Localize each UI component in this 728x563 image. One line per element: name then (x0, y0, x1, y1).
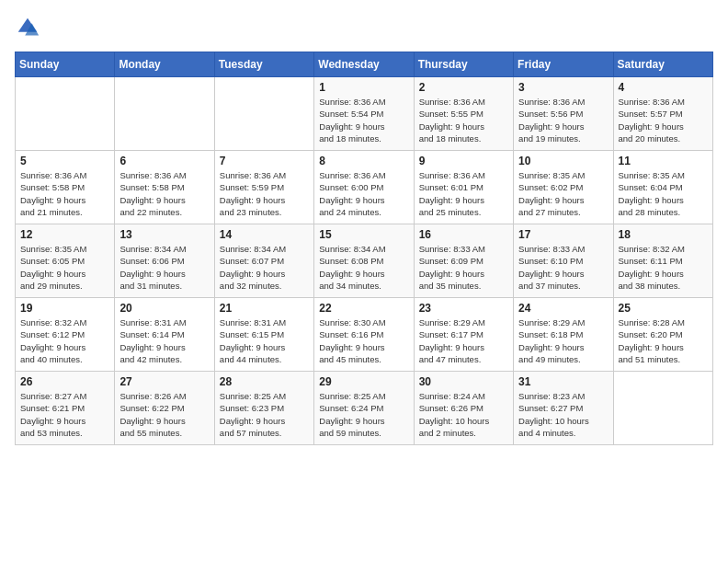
day-number: 3 (518, 81, 608, 94)
day-number: 15 (319, 228, 408, 241)
calendar-week-row: 1Sunrise: 8:36 AM Sunset: 5:54 PM Daylig… (16, 77, 713, 151)
day-info: Sunrise: 8:33 AM Sunset: 6:10 PM Dayligh… (518, 243, 608, 292)
day-info: Sunrise: 8:36 AM Sunset: 5:58 PM Dayligh… (119, 169, 209, 218)
day-number: 18 (619, 228, 708, 241)
day-info: Sunrise: 8:33 AM Sunset: 6:09 PM Dayligh… (419, 243, 508, 292)
logo-icon (15, 15, 40, 40)
calendar-cell: 1Sunrise: 8:36 AM Sunset: 5:54 PM Daylig… (314, 77, 414, 151)
day-number: 31 (518, 375, 608, 388)
day-number: 9 (419, 155, 508, 167)
day-header: Thursday (414, 52, 513, 77)
day-info: Sunrise: 8:36 AM Sunset: 5:57 PM Dayligh… (619, 96, 708, 144)
day-info: Sunrise: 8:32 AM Sunset: 6:11 PM Dayligh… (619, 243, 708, 292)
day-number: 23 (419, 302, 508, 315)
calendar-cell (214, 77, 313, 151)
day-info: Sunrise: 8:31 AM Sunset: 6:14 PM Dayligh… (119, 316, 209, 365)
calendar-cell: 28Sunrise: 8:25 AM Sunset: 6:23 PM Dayli… (214, 372, 313, 445)
day-header: Wednesday (314, 52, 414, 77)
calendar-cell: 22Sunrise: 8:30 AM Sunset: 6:16 PM Dayli… (314, 298, 414, 372)
calendar-cell: 9Sunrise: 8:36 AM Sunset: 6:01 PM Daylig… (414, 151, 513, 224)
calendar-week-row: 19Sunrise: 8:32 AM Sunset: 6:12 PM Dayli… (16, 298, 713, 372)
calendar-cell: 27Sunrise: 8:26 AM Sunset: 6:22 PM Dayli… (115, 372, 214, 445)
calendar-cell: 8Sunrise: 8:36 AM Sunset: 6:00 PM Daylig… (314, 151, 414, 224)
calendar-cell (115, 77, 214, 151)
day-number: 10 (518, 155, 608, 167)
calendar-cell: 7Sunrise: 8:36 AM Sunset: 5:59 PM Daylig… (214, 151, 313, 224)
day-info: Sunrise: 8:35 AM Sunset: 6:02 PM Dayligh… (518, 169, 608, 218)
calendar-header: SundayMondayTuesdayWednesdayThursdayFrid… (16, 52, 713, 77)
day-info: Sunrise: 8:31 AM Sunset: 6:15 PM Dayligh… (220, 316, 309, 365)
day-header: Sunday (16, 52, 115, 77)
day-number: 6 (119, 155, 209, 167)
day-info: Sunrise: 8:36 AM Sunset: 5:59 PM Dayligh… (220, 169, 309, 218)
header-row: SundayMondayTuesdayWednesdayThursdayFrid… (16, 52, 713, 77)
calendar-cell: 20Sunrise: 8:31 AM Sunset: 6:14 PM Dayli… (115, 298, 214, 372)
calendar-week-row: 12Sunrise: 8:35 AM Sunset: 6:05 PM Dayli… (16, 224, 713, 298)
day-info: Sunrise: 8:24 AM Sunset: 6:26 PM Dayligh… (419, 390, 508, 439)
day-info: Sunrise: 8:26 AM Sunset: 6:22 PM Dayligh… (119, 390, 209, 439)
calendar-cell: 6Sunrise: 8:36 AM Sunset: 5:58 PM Daylig… (115, 151, 214, 224)
calendar-cell: 16Sunrise: 8:33 AM Sunset: 6:09 PM Dayli… (414, 224, 513, 298)
day-info: Sunrise: 8:25 AM Sunset: 6:23 PM Dayligh… (220, 390, 309, 439)
day-number: 11 (619, 155, 708, 167)
page-header (15, 15, 713, 40)
calendar-cell: 29Sunrise: 8:25 AM Sunset: 6:24 PM Dayli… (314, 372, 414, 445)
calendar-cell: 11Sunrise: 8:35 AM Sunset: 6:04 PM Dayli… (613, 151, 712, 224)
day-number: 8 (319, 155, 408, 167)
day-info: Sunrise: 8:36 AM Sunset: 5:56 PM Dayligh… (518, 96, 608, 144)
day-info: Sunrise: 8:36 AM Sunset: 5:58 PM Dayligh… (20, 169, 109, 218)
day-header: Saturday (613, 52, 712, 77)
day-number: 14 (220, 228, 309, 241)
day-info: Sunrise: 8:23 AM Sunset: 6:27 PM Dayligh… (518, 390, 608, 439)
day-info: Sunrise: 8:32 AM Sunset: 6:12 PM Dayligh… (20, 316, 109, 365)
calendar-cell: 2Sunrise: 8:36 AM Sunset: 5:55 PM Daylig… (414, 77, 513, 151)
logo (15, 15, 44, 40)
day-info: Sunrise: 8:34 AM Sunset: 6:08 PM Dayligh… (319, 243, 408, 292)
day-number: 25 (619, 302, 708, 315)
calendar-cell: 14Sunrise: 8:34 AM Sunset: 6:07 PM Dayli… (214, 224, 313, 298)
day-info: Sunrise: 8:34 AM Sunset: 6:06 PM Dayligh… (119, 243, 209, 292)
day-info: Sunrise: 8:29 AM Sunset: 6:17 PM Dayligh… (419, 316, 508, 365)
calendar-cell: 12Sunrise: 8:35 AM Sunset: 6:05 PM Dayli… (16, 224, 115, 298)
calendar-cell: 19Sunrise: 8:32 AM Sunset: 6:12 PM Dayli… (16, 298, 115, 372)
calendar-cell: 25Sunrise: 8:28 AM Sunset: 6:20 PM Dayli… (613, 298, 712, 372)
day-info: Sunrise: 8:36 AM Sunset: 5:54 PM Dayligh… (319, 96, 408, 144)
day-number: 30 (419, 375, 508, 388)
day-info: Sunrise: 8:27 AM Sunset: 6:21 PM Dayligh… (20, 390, 109, 439)
day-info: Sunrise: 8:34 AM Sunset: 6:07 PM Dayligh… (220, 243, 309, 292)
calendar-cell (16, 77, 115, 151)
day-number: 2 (419, 81, 508, 94)
calendar-week-row: 26Sunrise: 8:27 AM Sunset: 6:21 PM Dayli… (16, 372, 713, 445)
calendar-cell: 13Sunrise: 8:34 AM Sunset: 6:06 PM Dayli… (115, 224, 214, 298)
day-number: 16 (419, 228, 508, 241)
calendar-body: 1Sunrise: 8:36 AM Sunset: 5:54 PM Daylig… (16, 77, 713, 445)
day-number: 17 (518, 228, 608, 241)
day-header: Monday (115, 52, 214, 77)
day-number: 21 (220, 302, 309, 315)
calendar-cell: 4Sunrise: 8:36 AM Sunset: 5:57 PM Daylig… (613, 77, 712, 151)
calendar-cell: 15Sunrise: 8:34 AM Sunset: 6:08 PM Dayli… (314, 224, 414, 298)
calendar-cell: 21Sunrise: 8:31 AM Sunset: 6:15 PM Dayli… (214, 298, 313, 372)
day-info: Sunrise: 8:29 AM Sunset: 6:18 PM Dayligh… (518, 316, 608, 365)
day-info: Sunrise: 8:30 AM Sunset: 6:16 PM Dayligh… (319, 316, 408, 365)
day-number: 22 (319, 302, 408, 315)
calendar-cell: 5Sunrise: 8:36 AM Sunset: 5:58 PM Daylig… (16, 151, 115, 224)
calendar-cell: 31Sunrise: 8:23 AM Sunset: 6:27 PM Dayli… (514, 372, 613, 445)
calendar-week-row: 5Sunrise: 8:36 AM Sunset: 5:58 PM Daylig… (16, 151, 713, 224)
day-number: 5 (20, 155, 109, 167)
calendar-table: SundayMondayTuesdayWednesdayThursdayFrid… (15, 52, 713, 445)
day-header: Tuesday (214, 52, 313, 77)
calendar-cell: 3Sunrise: 8:36 AM Sunset: 5:56 PM Daylig… (514, 77, 613, 151)
day-info: Sunrise: 8:36 AM Sunset: 5:55 PM Dayligh… (419, 96, 508, 144)
day-number: 7 (220, 155, 309, 167)
day-number: 20 (119, 302, 209, 315)
calendar-cell: 18Sunrise: 8:32 AM Sunset: 6:11 PM Dayli… (613, 224, 712, 298)
day-info: Sunrise: 8:25 AM Sunset: 6:24 PM Dayligh… (319, 390, 408, 439)
day-info: Sunrise: 8:35 AM Sunset: 6:05 PM Dayligh… (20, 243, 109, 292)
day-number: 24 (518, 302, 608, 315)
calendar-cell: 17Sunrise: 8:33 AM Sunset: 6:10 PM Dayli… (514, 224, 613, 298)
calendar-cell: 30Sunrise: 8:24 AM Sunset: 6:26 PM Dayli… (414, 372, 513, 445)
day-number: 1 (319, 81, 408, 94)
calendar-cell: 24Sunrise: 8:29 AM Sunset: 6:18 PM Dayli… (514, 298, 613, 372)
day-number: 4 (619, 81, 708, 94)
